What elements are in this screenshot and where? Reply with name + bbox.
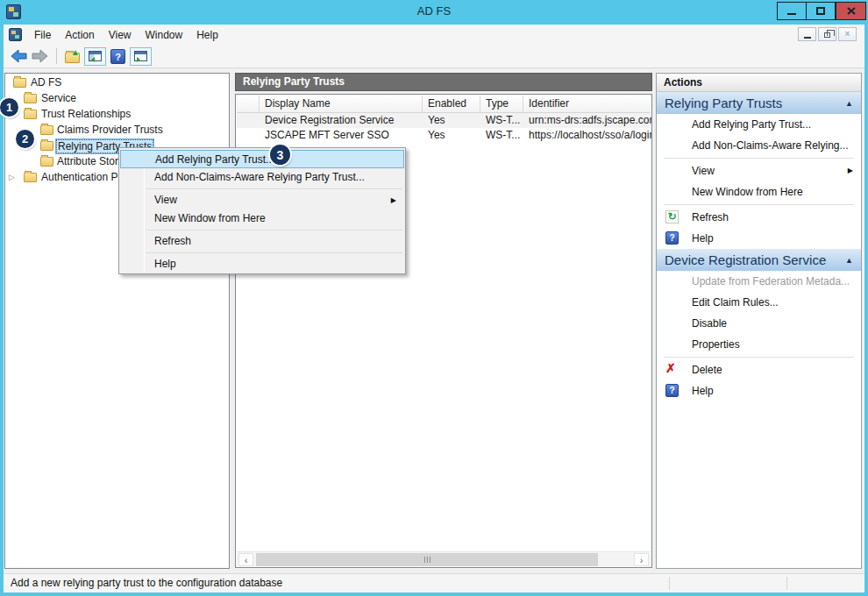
scroll-right-button[interactable]: › <box>634 553 649 566</box>
main-area: AD FS ▷ Service Trust Relationships Clai… <box>4 68 864 573</box>
list-column-headers: Display Name Enabled Type Identifier <box>237 96 651 113</box>
menu-item-label: Refresh <box>154 235 191 247</box>
tree-node-claims-provider-trusts[interactable]: Claims Provider Trusts <box>6 123 228 138</box>
submenu-arrow-icon: ▶ <box>391 192 396 209</box>
minimize-button[interactable] <box>777 2 807 20</box>
menu-item-label: Add Relying Party Trust... <box>155 153 274 166</box>
action-label: Delete <box>692 364 722 376</box>
folder-up-icon <box>65 53 80 63</box>
context-menu-refresh[interactable]: Refresh <box>119 232 405 251</box>
folder-icon <box>40 141 53 151</box>
tree-label: Claims Provider Trusts <box>55 124 165 137</box>
menu-view[interactable]: View <box>102 26 139 44</box>
titlebar: AD FS <box>0 0 868 25</box>
maximize-button[interactable] <box>806 2 836 20</box>
action-label: Properties <box>692 338 740 351</box>
action-disable[interactable]: Disable <box>657 313 861 334</box>
menu-action[interactable]: Action <box>58 26 101 44</box>
mdi-close-button[interactable]: × <box>838 27 857 41</box>
forward-button[interactable] <box>32 49 48 63</box>
context-menu-help[interactable]: Help <box>119 255 405 273</box>
action-add-non-claims-aware[interactable]: Add Non-Claims-Aware Relying... <box>657 135 861 156</box>
column-header-display-name[interactable]: Display Name <box>260 96 423 112</box>
status-bar-divider <box>786 577 787 590</box>
column-header-enabled[interactable]: Enabled <box>423 96 480 112</box>
action-label: New Window from Here <box>692 186 803 198</box>
context-menu-add-non-claims-aware[interactable]: Add Non-Claims-Aware Relying Party Trust… <box>119 168 405 187</box>
callout-badge-3: 3 <box>270 145 290 165</box>
minimize-icon <box>787 7 796 16</box>
action-pane-icon <box>134 51 147 61</box>
action-label: Edit Claim Rules... <box>692 296 779 309</box>
action-properties[interactable]: Properties <box>657 334 861 355</box>
cell-enabled: Yes <box>423 113 480 128</box>
action-label: View <box>692 165 715 177</box>
actions-section-device-registration-service[interactable]: Device Registration Service ▲ <box>657 249 861 271</box>
expander-icon[interactable]: ▷ <box>9 173 15 181</box>
actions-separator <box>664 357 854 358</box>
show-action-pane-button[interactable] <box>130 47 152 66</box>
scrollbar-thumb[interactable] <box>256 553 598 566</box>
help-icon: ? <box>665 384 679 397</box>
up-level-button[interactable] <box>65 50 80 63</box>
show-console-tree-button[interactable] <box>84 47 106 66</box>
action-delete[interactable]: ✗ Delete <box>657 359 861 380</box>
menu-window[interactable]: Window <box>139 26 190 44</box>
action-help-2[interactable]: ? Help <box>657 380 861 401</box>
collapse-caret-icon[interactable]: ▲ <box>845 256 853 265</box>
toolbar-help-button[interactable]: ? <box>110 49 125 64</box>
action-edit-claim-rules[interactable]: Edit Claim Rules... <box>657 292 861 313</box>
console-tree-icon <box>89 51 102 61</box>
tree-node-adfs[interactable]: AD FS <box>6 75 228 91</box>
folder-icon <box>13 78 26 88</box>
horizontal-scrollbar[interactable]: ‹ › <box>237 551 651 566</box>
back-button[interactable] <box>11 49 27 63</box>
action-view[interactable]: View ▶ <box>657 160 861 181</box>
action-help[interactable]: ? Help <box>657 228 861 249</box>
tree-label: Service <box>39 92 78 105</box>
mdi-restore-button[interactable] <box>818 27 836 41</box>
list-pane-title: Relying Party Trusts <box>235 73 652 91</box>
action-add-relying-party-trust[interactable]: Add Relying Party Trust... <box>657 114 861 135</box>
cell-identifier: urn:ms-drs:adfs.jscape.com <box>523 113 651 128</box>
action-label: Update from Federation Metada... <box>692 275 850 287</box>
menu-item-label: New Window from Here <box>154 212 266 224</box>
column-header-identifier[interactable]: Identifier <box>523 96 651 112</box>
actions-section-relying-party-trusts[interactable]: Relying Party Trusts ▲ <box>657 92 861 114</box>
mdi-close-icon: × <box>845 30 850 39</box>
action-refresh[interactable]: ↻ Refresh <box>657 207 861 228</box>
collapse-caret-icon[interactable]: ▲ <box>845 99 853 108</box>
folder-icon <box>24 110 37 119</box>
section-title: Relying Party Trusts <box>665 96 782 110</box>
cell-display-name: JSCAPE MFT Server SSO <box>260 128 423 143</box>
action-new-window-from-here[interactable]: New Window from Here <box>657 181 861 202</box>
context-menu-new-window-from-here[interactable]: New Window from Here <box>119 209 405 228</box>
console-icon <box>9 28 22 41</box>
context-menu-view[interactable]: View ▶ <box>119 191 405 209</box>
close-button[interactable] <box>836 2 866 20</box>
cell-type: WS-T... <box>480 128 523 143</box>
mdi-minimize-icon <box>804 37 811 39</box>
actions-separator <box>664 158 854 159</box>
tree-node-trust-relationships[interactable]: Trust Relationships <box>6 107 228 123</box>
tree-node-service[interactable]: ▷ Service <box>6 91 228 107</box>
actions-pane-title: Actions <box>657 74 861 92</box>
menu-item-label: View <box>154 194 177 206</box>
submenu-arrow-icon: ▶ <box>848 160 853 181</box>
folder-icon <box>40 125 53 135</box>
folder-icon <box>24 94 37 103</box>
menu-bar: File Action View Window Help × <box>4 25 864 45</box>
menu-file[interactable]: File <box>27 26 58 44</box>
menu-help[interactable]: Help <box>189 26 225 44</box>
context-menu-add-relying-party-trust[interactable]: Add Relying Party Trust... <box>120 150 404 168</box>
table-row-jscape-mft-server-sso[interactable]: JSCAPE MFT Server SSO Yes WS-T... https:… <box>237 128 651 143</box>
folder-icon <box>40 157 53 167</box>
action-update-from-federation-metadata: Update from Federation Metada... <box>657 271 861 292</box>
mdi-minimize-button[interactable] <box>798 27 816 41</box>
table-row-device-registration-service[interactable]: Device Registration Service Yes WS-T... … <box>237 113 651 128</box>
action-label: Add Non-Claims-Aware Relying... <box>692 139 849 152</box>
column-header-gutter[interactable] <box>237 96 260 112</box>
scroll-left-button[interactable]: ‹ <box>238 553 253 566</box>
help-icon: ? <box>665 231 679 245</box>
column-header-type[interactable]: Type <box>480 96 523 112</box>
